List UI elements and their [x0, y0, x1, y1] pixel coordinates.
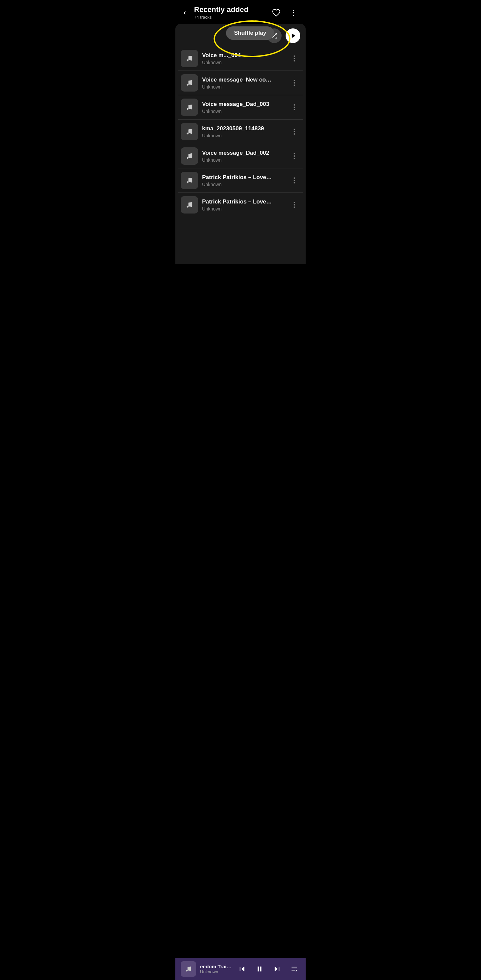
track-thumbnail: [181, 172, 198, 189]
three-dots-icon: [294, 153, 295, 159]
track-item[interactable]: Patrick Patrikios – Love… Unknown: [178, 169, 303, 193]
track-artist: Unknown: [202, 206, 284, 212]
track-name: Voice message_Dad_002: [202, 150, 284, 156]
track-artist: Unknown: [202, 182, 284, 187]
track-info: Voice message_Dad_002 Unknown: [202, 150, 284, 163]
track-thumbnail: [181, 123, 198, 140]
play-button[interactable]: [286, 29, 300, 43]
track-item[interactable]: kma_20230509_114839 Unknown: [178, 119, 303, 144]
track-item[interactable]: Voice m..._004 Unknown: [178, 46, 303, 71]
track-thumbnail: [181, 99, 198, 116]
three-dots-icon: [294, 129, 295, 135]
track-more-button[interactable]: [288, 77, 300, 89]
track-info: Patrick Patrikios – Love… Unknown: [202, 199, 284, 212]
header: ‹ Recently added 74 tracks ⋮: [175, 0, 306, 24]
track-more-button[interactable]: [288, 199, 300, 211]
controls-row: Shuffle play: [175, 24, 306, 46]
music-note-icon: [186, 103, 193, 111]
track-info: Voice message_Dad_003 Unknown: [202, 101, 284, 114]
track-list: Voice m..._004 Unknown Voice message_New…: [175, 46, 306, 217]
three-dots-icon: [294, 177, 295, 183]
track-item[interactable]: Patrick Patrikios – Love… Unknown: [178, 193, 303, 217]
track-item[interactable]: Voice message_Dad_003 Unknown: [178, 95, 303, 119]
track-name: Patrick Patrikios – Love…: [202, 174, 284, 181]
more-options-button[interactable]: ⋮: [287, 6, 300, 19]
track-more-button[interactable]: [288, 174, 300, 186]
track-artist: Unknown: [202, 133, 284, 138]
three-dots-icon: [294, 202, 295, 208]
favorite-button[interactable]: [270, 6, 283, 19]
track-thumbnail: [181, 196, 198, 213]
music-note-icon: [186, 55, 193, 62]
track-name: Voice m..._004: [202, 52, 284, 59]
track-more-button[interactable]: [288, 150, 300, 162]
heart-icon: [272, 8, 281, 17]
back-icon: ‹: [183, 8, 186, 17]
track-artist: Unknown: [202, 158, 284, 163]
back-button[interactable]: ‹: [178, 6, 191, 19]
header-title-group: Recently added 74 tracks: [194, 5, 249, 20]
track-info: Patrick Patrikios – Love… Unknown: [202, 174, 284, 187]
track-item[interactable]: Voice message_New co… Unknown: [178, 71, 303, 95]
play-icon: [291, 33, 297, 39]
track-name: Voice message_Dad_003: [202, 101, 284, 108]
header-right: ⋮: [270, 6, 300, 19]
content-area: Shuffle play Voice m.: [175, 24, 306, 264]
track-info: kma_20230509_114839 Unknown: [202, 125, 284, 138]
three-dots-icon: [294, 80, 295, 86]
track-name: kma_20230509_114839: [202, 125, 284, 132]
track-count: 74 tracks: [194, 15, 249, 20]
track-info: Voice message_New co… Unknown: [202, 76, 284, 89]
more-dots-icon: ⋮: [290, 8, 298, 17]
shuffle-tooltip: Shuffle play: [226, 26, 274, 40]
music-note-icon: [186, 79, 193, 86]
track-name: Voice message_New co…: [202, 76, 284, 83]
track-thumbnail: [181, 50, 198, 67]
track-info: Voice m..._004 Unknown: [202, 52, 284, 65]
track-artist: Unknown: [202, 60, 284, 65]
track-item[interactable]: Voice message_Dad_002 Unknown: [178, 144, 303, 169]
music-note-icon: [186, 177, 193, 184]
track-more-button[interactable]: [288, 52, 300, 65]
music-note-icon: [186, 128, 193, 135]
music-note-icon: [186, 152, 193, 160]
page-title: Recently added: [194, 5, 249, 14]
track-artist: Unknown: [202, 108, 284, 114]
track-name: Patrick Patrikios – Love…: [202, 199, 284, 205]
track-artist: Unknown: [202, 84, 284, 89]
svg-marker-2: [292, 33, 295, 38]
track-more-button[interactable]: [288, 126, 300, 138]
track-thumbnail: [181, 147, 198, 165]
track-more-button[interactable]: [288, 101, 300, 113]
track-thumbnail: [181, 74, 198, 92]
header-left: ‹ Recently added 74 tracks: [178, 5, 249, 20]
three-dots-icon: [294, 104, 295, 110]
music-note-icon: [186, 201, 193, 208]
three-dots-icon: [294, 56, 295, 62]
